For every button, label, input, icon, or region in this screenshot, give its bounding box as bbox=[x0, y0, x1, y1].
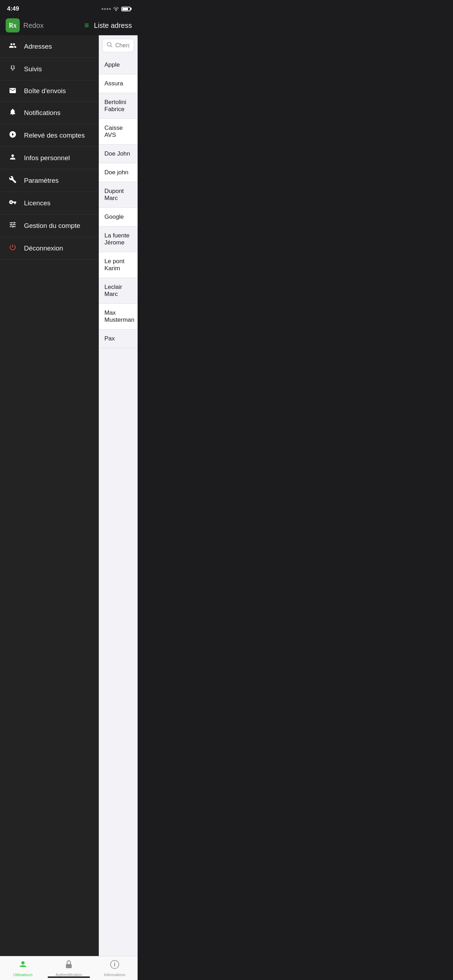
list-item[interactable]: Le pont Karim bbox=[99, 252, 138, 278]
wifi-icon bbox=[113, 6, 119, 12]
sidebar-item-label: Déconnexion bbox=[24, 245, 63, 252]
sidebar: Adresses Suivis Boîte d'envois Notificat… bbox=[0, 35, 99, 956]
sidebar-item-label: Licences bbox=[24, 199, 51, 207]
sidebar-item-releve-comptes[interactable]: Relevé des comptes bbox=[0, 124, 99, 147]
list-item[interactable]: Max Musterman bbox=[99, 304, 138, 329]
tab-utilisateurs[interactable]: Utilisateurs bbox=[0, 959, 46, 977]
svg-line-1 bbox=[111, 46, 112, 47]
info-tab-icon bbox=[110, 959, 119, 972]
power-icon bbox=[7, 243, 18, 253]
people-icon bbox=[7, 41, 18, 51]
header-list-title: Liste adress bbox=[94, 22, 132, 30]
list-item[interactable]: Dupont Marc bbox=[99, 182, 138, 208]
sidebar-item-label: Gestion du compte bbox=[24, 222, 80, 230]
pin-icon bbox=[7, 64, 18, 74]
svg-rect-3 bbox=[66, 964, 72, 968]
main-layout: Adresses Suivis Boîte d'envois Notificat… bbox=[0, 35, 138, 956]
battery-icon bbox=[121, 7, 130, 11]
logo-text: Rx bbox=[9, 22, 17, 29]
sliders-icon bbox=[7, 221, 18, 231]
sidebar-item-notifications[interactable]: Notifications bbox=[0, 102, 99, 124]
key-icon bbox=[7, 198, 18, 208]
sidebar-item-label: Paramètres bbox=[24, 177, 59, 185]
user-tab-icon bbox=[18, 959, 28, 972]
list-item[interactable]: La fuente Jérome bbox=[99, 226, 138, 252]
tab-label: Informations bbox=[104, 973, 126, 977]
app-title: Redox bbox=[23, 22, 84, 30]
app-logo: Rx bbox=[6, 18, 20, 32]
list-item[interactable]: Doe john bbox=[99, 163, 138, 182]
svg-point-6 bbox=[114, 963, 115, 963]
sidebar-item-label: Adresses bbox=[24, 43, 52, 51]
sidebar-item-label: Suivis bbox=[24, 65, 42, 73]
header: Rx Redox ≡ Liste adress bbox=[0, 16, 138, 35]
sidebar-item-boite-envois[interactable]: Boîte d'envois bbox=[0, 80, 99, 102]
mail-icon bbox=[7, 87, 18, 95]
search-icon bbox=[107, 42, 113, 49]
tab-authentification[interactable]: Authentification bbox=[46, 959, 92, 977]
list-item[interactable]: Google bbox=[99, 208, 138, 226]
list-item[interactable]: Bertolini Fabrice bbox=[99, 93, 138, 119]
list-item[interactable]: Pax bbox=[99, 329, 138, 348]
signal-icon bbox=[102, 8, 111, 10]
sidebar-item-deconnexion[interactable]: Déconnexion bbox=[0, 237, 99, 259]
address-panel: AppleAssuraBertolini FabriceCaisse AVSDo… bbox=[99, 35, 138, 956]
address-list: AppleAssuraBertolini FabriceCaisse AVSDo… bbox=[99, 56, 138, 348]
lock-tab-icon bbox=[64, 959, 74, 972]
tab-informations[interactable]: Informations bbox=[92, 959, 138, 977]
tab-label: Utilisateurs bbox=[13, 973, 32, 977]
sidebar-item-gestion-compte[interactable]: Gestion du compte bbox=[0, 215, 99, 237]
list-item[interactable]: Apple bbox=[99, 56, 138, 75]
sidebar-item-infos-perso[interactable]: Infos personnel bbox=[0, 147, 99, 169]
status-bar: 4:49 bbox=[0, 0, 138, 16]
sidebar-item-suivis[interactable]: Suivis bbox=[0, 58, 99, 80]
search-input[interactable] bbox=[115, 42, 129, 49]
bell-icon bbox=[7, 108, 18, 118]
person-icon bbox=[7, 153, 18, 162]
tab-bar: Utilisateurs Authentification Informatio… bbox=[0, 956, 138, 980]
sidebar-item-label: Notifications bbox=[24, 109, 61, 117]
list-item[interactable]: Caisse AVS bbox=[99, 119, 138, 145]
wrench-icon bbox=[7, 176, 18, 185]
sidebar-item-label: Relevé des comptes bbox=[24, 132, 85, 139]
chart-icon bbox=[7, 130, 18, 140]
sidebar-item-parametres[interactable]: Paramètres bbox=[0, 169, 99, 192]
search-bar[interactable] bbox=[102, 39, 134, 52]
tab-label: Authentification bbox=[56, 973, 82, 977]
list-item[interactable]: Doe John bbox=[99, 145, 138, 163]
sidebar-item-adresses[interactable]: Adresses bbox=[0, 35, 99, 58]
list-item[interactable]: Assura bbox=[99, 75, 138, 93]
sidebar-item-label: Infos personnel bbox=[24, 154, 70, 162]
sidebar-item-label: Boîte d'envois bbox=[24, 87, 66, 95]
svg-point-2 bbox=[21, 961, 24, 964]
hamburger-icon[interactable]: ≡ bbox=[84, 22, 89, 29]
list-item[interactable]: Leclair Marc bbox=[99, 278, 138, 304]
sidebar-item-licences[interactable]: Licences bbox=[0, 192, 99, 215]
status-icons bbox=[102, 6, 130, 12]
status-time: 4:49 bbox=[7, 5, 19, 12]
